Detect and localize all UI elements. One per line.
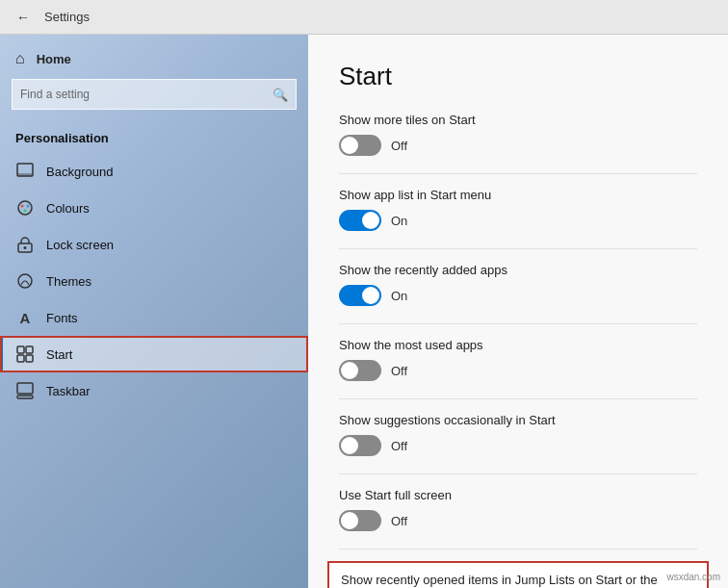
home-label: Home (37, 52, 71, 66)
sidebar-item-taskbar[interactable]: Taskbar (0, 372, 308, 409)
setting-label-show-suggestions: Show suggestions occasionally in Start (339, 413, 697, 427)
toggle-state-show-recently-added: On (391, 289, 407, 303)
title-bar-title: Settings (44, 10, 90, 24)
content-panel: Start Show more tiles on Start Off Show … (308, 35, 728, 588)
setting-show-recently-added: Show the recently added apps On (339, 263, 697, 306)
setting-label-recently-opened: Show recently opened items in Jump Lists… (341, 573, 695, 588)
search-box[interactable]: 🔍 (12, 79, 297, 110)
svg-point-3 (21, 205, 24, 208)
toggle-knob-show-most-used (341, 362, 358, 379)
search-input[interactable] (20, 88, 273, 101)
back-button[interactable]: ← (12, 6, 35, 29)
divider-3 (339, 323, 697, 324)
toggle-show-suggestions[interactable] (339, 435, 381, 456)
toggle-full-screen[interactable] (339, 510, 381, 531)
background-label: Background (46, 165, 113, 179)
svg-point-7 (24, 246, 27, 249)
setting-label-show-recently-added: Show the recently added apps (339, 263, 697, 277)
colours-icon (15, 198, 35, 217)
setting-show-most-used: Show the most used apps Off (339, 338, 697, 381)
svg-point-4 (27, 205, 30, 208)
background-icon (15, 162, 35, 181)
page-title: Start (339, 62, 697, 91)
svg-rect-14 (17, 396, 33, 398)
toggle-row-show-app-list: On (339, 210, 697, 231)
toggle-knob-show-app-list (362, 212, 379, 229)
divider-6 (339, 549, 697, 550)
svg-point-5 (24, 210, 27, 213)
title-bar: ← Settings (0, 0, 728, 35)
divider-1 (339, 173, 697, 174)
sidebar-item-themes[interactable]: Themes (0, 263, 308, 299)
setting-recently-opened: Show recently opened items in Jump Lists… (327, 561, 709, 588)
svg-rect-13 (17, 383, 33, 394)
toggle-state-show-more-tiles: Off (391, 139, 407, 153)
setting-label-show-more-tiles: Show more tiles on Start (339, 113, 697, 127)
toggle-show-app-list[interactable] (339, 210, 381, 231)
divider-2 (339, 248, 697, 249)
toggle-show-most-used[interactable] (339, 360, 381, 381)
lock-screen-icon (15, 235, 35, 254)
toggle-row-full-screen: Off (339, 510, 697, 531)
taskbar-label: Taskbar (46, 384, 91, 398)
setting-show-suggestions: Show suggestions occasionally in Start O… (339, 413, 697, 456)
sidebar-item-colours[interactable]: Colours (0, 190, 308, 226)
divider-4 (339, 398, 697, 399)
setting-show-app-list: Show app list in Start menu On (339, 188, 697, 231)
toggle-row-show-suggestions: Off (339, 435, 697, 456)
toggle-state-show-most-used: Off (391, 364, 407, 378)
fonts-label: Fonts (46, 311, 78, 325)
svg-point-2 (18, 201, 32, 215)
divider-5 (339, 473, 697, 474)
toggle-row-show-recently-added: On (339, 285, 697, 306)
sidebar: ⌂ Home 🔍 Personalisation Background (0, 35, 308, 588)
themes-icon (15, 271, 35, 291)
sidebar-item-fonts[interactable]: A Fonts (0, 299, 308, 336)
toggle-show-recently-added[interactable] (339, 285, 381, 306)
start-icon (15, 345, 35, 364)
svg-rect-1 (17, 173, 33, 176)
svg-rect-11 (17, 355, 24, 362)
setting-label-show-most-used: Show the most used apps (339, 338, 697, 352)
section-label: Personalisation (0, 125, 308, 153)
colours-label: Colours (46, 201, 90, 216)
sidebar-item-lock-screen[interactable]: Lock screen (0, 226, 308, 263)
svg-rect-12 (26, 355, 33, 362)
fonts-icon: A (15, 308, 35, 327)
home-icon: ⌂ (15, 50, 25, 67)
sidebar-item-start[interactable]: Start (0, 336, 308, 372)
search-icon: 🔍 (273, 88, 288, 102)
watermark: wsxdan.com (666, 572, 720, 582)
setting-label-full-screen: Use Start full screen (339, 488, 697, 502)
themes-label: Themes (46, 274, 91, 289)
setting-show-more-tiles: Show more tiles on Start Off (339, 113, 697, 156)
toggle-knob-show-suggestions (341, 437, 358, 454)
toggle-knob-show-more-tiles (341, 137, 358, 154)
home-nav-item[interactable]: ⌂ Home (0, 42, 308, 79)
svg-rect-9 (17, 346, 24, 353)
toggle-state-show-app-list: On (391, 214, 407, 228)
lock-screen-label: Lock screen (46, 238, 114, 252)
setting-full-screen: Use Start full screen Off (339, 488, 697, 531)
start-label: Start (46, 347, 72, 362)
toggle-state-show-suggestions: Off (391, 439, 407, 453)
setting-label-show-app-list: Show app list in Start menu (339, 188, 697, 202)
toggle-knob-full-screen (341, 512, 358, 529)
sidebar-item-background[interactable]: Background (0, 153, 308, 190)
toggle-row-show-more-tiles: Off (339, 135, 697, 156)
toggle-state-full-screen: Off (391, 514, 407, 528)
app-body: ⌂ Home 🔍 Personalisation Background (0, 35, 728, 588)
toggle-knob-show-recently-added (362, 287, 379, 304)
toggle-show-more-tiles[interactable] (339, 135, 381, 156)
toggle-row-show-most-used: Off (339, 360, 697, 381)
taskbar-icon (15, 381, 35, 400)
svg-rect-10 (26, 346, 33, 353)
